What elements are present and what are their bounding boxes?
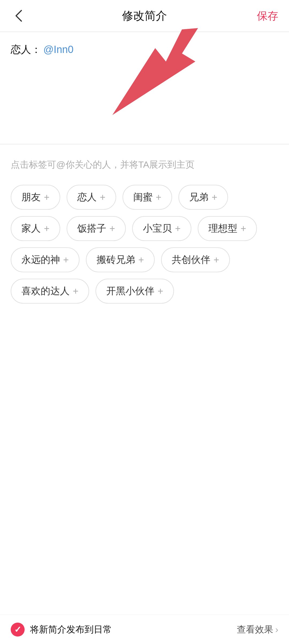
tag-lover[interactable]: 恋人 +: [67, 185, 116, 210]
tag-collab-partner[interactable]: 共创伙伴 +: [161, 247, 230, 272]
tag-ideal-type[interactable]: 理想型 +: [198, 216, 257, 241]
tag-friend[interactable]: 朋友 +: [11, 185, 60, 210]
preview-button[interactable]: 查看效果 ›: [237, 623, 278, 636]
tag-gaming-buddy[interactable]: 开黑小伙伴 +: [96, 279, 174, 304]
tag-meal-partner[interactable]: 饭搭子 +: [67, 216, 126, 241]
tag-fav-creator[interactable]: 喜欢的达人 +: [11, 279, 89, 304]
tag-family[interactable]: 家人 +: [11, 216, 60, 241]
lover-label: 恋人：: [11, 43, 41, 56]
lover-mention[interactable]: @Inn0: [43, 44, 74, 55]
check-circle-icon: ✓: [11, 623, 25, 637]
save-button[interactable]: 保存: [257, 9, 278, 23]
tag-goat[interactable]: 永远的神 +: [11, 247, 79, 272]
chevron-right-icon: ›: [275, 624, 278, 635]
bottom-bar: ✓ 将新简介发布到日常 查看效果 ›: [0, 615, 289, 644]
tag-brother[interactable]: 兄弟 +: [178, 185, 228, 210]
tags-row-2: 家人 + 饭搭子 + 小宝贝 + 理想型 +: [11, 216, 278, 241]
bio-lover-line: 恋人： @Inn0: [11, 43, 278, 56]
tags-row-3: 永远的神 + 搬砖兄弟 + 共创伙伴 +: [11, 247, 278, 272]
publish-text: 将新简介发布到日常: [30, 623, 112, 636]
preview-label: 查看效果: [237, 623, 273, 636]
bio-edit-section: 恋人： @Inn0: [0, 32, 289, 144]
tags-row-1: 朋友 + 恋人 + 闺蜜 + 兄弟 +: [11, 185, 278, 210]
header: 修改简介 保存: [0, 0, 289, 32]
tag-work-buddy[interactable]: 搬砖兄弟 +: [86, 247, 155, 272]
tag-baby[interactable]: 小宝贝 +: [132, 216, 191, 241]
tags-row-4: 喜欢的达人 + 开黑小伙伴 +: [11, 279, 278, 304]
page-title: 修改简介: [122, 8, 167, 23]
back-button[interactable]: [11, 8, 27, 24]
tag-bestie[interactable]: 闺蜜 +: [123, 185, 172, 210]
tags-hint: 点击标签可@你关心的人，并将TA展示到主页: [11, 158, 278, 171]
tags-section: 点击标签可@你关心的人，并将TA展示到主页 朋友 + 恋人 + 闺蜜 + 兄弟 …: [0, 144, 289, 321]
publish-section: ✓ 将新简介发布到日常: [11, 623, 112, 637]
